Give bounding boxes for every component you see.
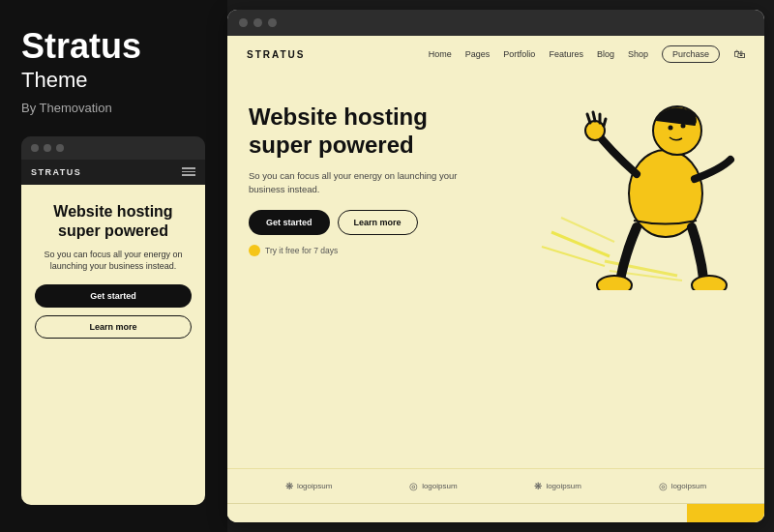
learn-more-button[interactable]: Learn more <box>338 210 418 235</box>
left-panel: Stratus Theme By Themovation STRATUS Web… <box>0 0 227 532</box>
mobile-get-started-button[interactable]: Get started <box>35 284 192 308</box>
svg-point-9 <box>585 121 605 140</box>
nav-link-shop[interactable]: Shop <box>628 49 648 59</box>
nav-link-portfolio[interactable]: Portfolio <box>503 49 535 59</box>
hero-section: Website hosting super powered So you can… <box>227 73 764 468</box>
hero-heading-line2: super powered <box>249 132 414 158</box>
browser-dot-1 <box>239 18 248 27</box>
svg-point-15 <box>692 276 727 290</box>
mobile-subtext: So you can focus all your energy on laun… <box>35 249 192 273</box>
svg-line-10 <box>587 114 590 123</box>
mobile-heading: Website hosting super powered <box>35 202 192 241</box>
svg-point-14 <box>597 276 632 290</box>
hero-illustration <box>522 77 755 290</box>
logo-text-3: logoipsum <box>546 482 580 490</box>
dot-3 <box>56 144 64 152</box>
logo-icon-2: ◎ <box>409 481 418 491</box>
nav-link-features[interactable]: Features <box>549 49 583 59</box>
mobile-learn-more-button[interactable]: Learn more <box>35 315 192 339</box>
logo-item-4: ◎ logoipsum <box>659 481 706 491</box>
nav-purchase-button[interactable]: Purchase <box>662 45 720 63</box>
logo-item-1: ❋ logoipsum <box>285 481 332 491</box>
mobile-nav-logo: STRATUS <box>31 167 81 177</box>
dot-2 <box>44 144 51 152</box>
mobile-content: Website hosting super powered So you can… <box>21 185 205 505</box>
svg-point-7 <box>669 126 673 131</box>
hero-buttons: Get started Learn more <box>249 210 461 235</box>
trial-label: Try it free for 7 days <box>265 246 338 255</box>
trial-icon <box>249 245 260 256</box>
svg-line-13 <box>604 119 606 126</box>
svg-line-3 <box>605 261 677 276</box>
brand-by: By Themovation <box>21 101 206 115</box>
logo-text-2: logoipsum <box>422 482 457 490</box>
site-nav: STRATUS Home Pages Portfolio Features Bl… <box>227 36 764 73</box>
logos-strip: ❋ logoipsum ◎ logoipsum ❋ logoipsum ◎ lo… <box>227 468 764 503</box>
get-started-button[interactable]: Get started <box>249 210 330 235</box>
hero-heading-line1: Website hosting <box>249 103 428 130</box>
browser-bar <box>227 10 764 36</box>
hero-heading: Website hosting super powered <box>249 103 461 160</box>
logo-item-2: ◎ logoipsum <box>409 481 457 491</box>
bottom-strip-left <box>227 504 687 522</box>
hero-text: Website hosting super powered So you can… <box>249 96 461 256</box>
logo-icon-1: ❋ <box>285 481 293 491</box>
browser-dot-3 <box>268 18 277 27</box>
browser-mockup: STRATUS Home Pages Portfolio Features Bl… <box>227 10 764 522</box>
bottom-strip <box>227 503 764 522</box>
bottom-strip-right <box>687 504 764 522</box>
logo-icon-4: ◎ <box>659 481 668 491</box>
brand-subtitle: Theme <box>21 68 206 93</box>
mobile-nav: STRATUS <box>21 160 205 185</box>
hero-subtext: So you can focus all your energy on laun… <box>249 169 461 197</box>
logo-text-4: logoipsum <box>671 482 706 490</box>
svg-line-11 <box>593 112 595 121</box>
cart-icon[interactable]: 🛍 <box>733 47 745 61</box>
website-content: STRATUS Home Pages Portfolio Features Bl… <box>227 36 764 522</box>
hamburger-icon[interactable] <box>182 167 195 176</box>
logo-item-3: ❋ logoipsum <box>534 481 580 491</box>
logo-icon-3: ❋ <box>534 481 542 491</box>
mobile-top-bar <box>21 136 205 160</box>
nav-link-blog[interactable]: Blog <box>597 49 614 59</box>
hero-svg <box>522 77 755 290</box>
trial-text-area: Try it free for 7 days <box>249 245 461 256</box>
browser-dot-2 <box>253 18 262 27</box>
logo-text-1: logoipsum <box>297 482 332 490</box>
brand-title: Stratus <box>21 27 206 66</box>
nav-link-pages[interactable]: Pages <box>465 49 491 59</box>
site-nav-links: Home Pages Portfolio Features Blog Shop … <box>429 45 745 63</box>
dot-1 <box>31 144 39 152</box>
mobile-mockup: STRATUS Website hosting super powered So… <box>21 136 205 505</box>
nav-link-home[interactable]: Home <box>429 49 452 59</box>
svg-point-8 <box>681 124 686 129</box>
site-logo: STRATUS <box>247 49 305 60</box>
